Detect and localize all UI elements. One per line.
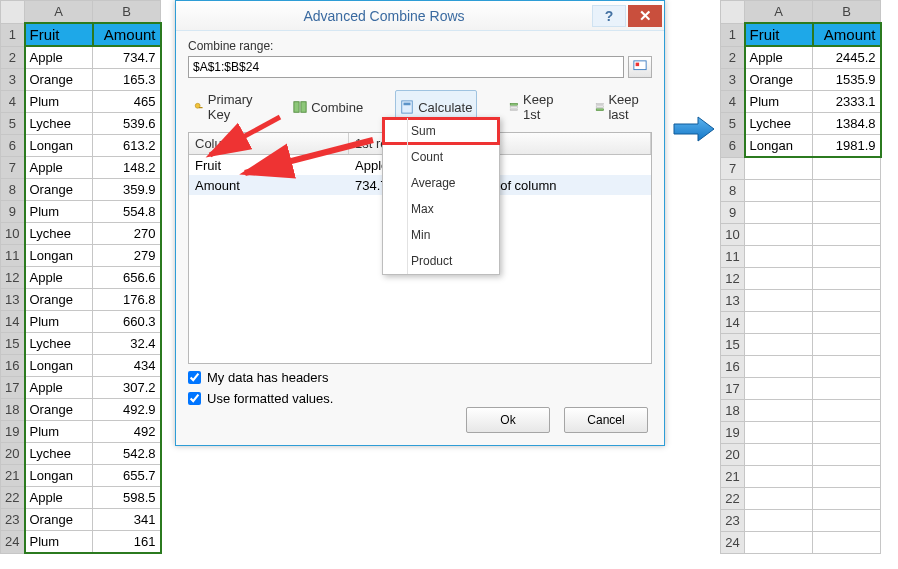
row-header[interactable]: 16 (1, 355, 25, 377)
row-header[interactable]: 10 (721, 223, 745, 245)
row-header[interactable]: 4 (721, 91, 745, 113)
row-header[interactable]: 19 (1, 421, 25, 443)
keep-last-button[interactable]: Keep last (591, 90, 650, 124)
header-fruit[interactable]: Fruit (745, 23, 813, 46)
menu-item-average[interactable]: Average (383, 170, 499, 196)
cell-amount[interactable]: 359.9 (93, 179, 161, 201)
col-header-b[interactable]: B (813, 1, 881, 24)
header-fruit[interactable]: Fruit (25, 23, 93, 46)
cell-amount[interactable]: 734.7 (93, 46, 161, 69)
row-header[interactable]: 23 (721, 509, 745, 531)
cell-fruit[interactable]: Orange (25, 399, 93, 421)
empty-cell[interactable] (745, 377, 813, 399)
cell-amount[interactable]: 1981.9 (813, 135, 881, 158)
cell-fruit[interactable]: Apple (25, 46, 93, 69)
cell-fruit[interactable]: Plum (25, 311, 93, 333)
select-all-corner[interactable] (1, 1, 25, 24)
cell-fruit[interactable]: Apple (25, 267, 93, 289)
row-header[interactable]: 11 (1, 245, 25, 267)
cell-fruit[interactable]: Longan (745, 135, 813, 158)
row-header[interactable]: 15 (721, 333, 745, 355)
cell-fruit[interactable]: Plum (25, 421, 93, 443)
empty-cell[interactable] (813, 487, 881, 509)
empty-cell[interactable] (745, 311, 813, 333)
combine-range-input[interactable] (188, 56, 624, 78)
row-header[interactable]: 19 (721, 421, 745, 443)
row-header[interactable]: 7 (1, 157, 25, 179)
cell-amount[interactable]: 542.8 (93, 443, 161, 465)
row-header[interactable]: 14 (721, 311, 745, 333)
row-header[interactable]: 3 (721, 69, 745, 91)
cell-fruit[interactable]: Apple (25, 157, 93, 179)
menu-item-sum[interactable]: Sum (383, 118, 499, 144)
cell-fruit[interactable]: Orange (25, 69, 93, 91)
empty-cell[interactable] (813, 399, 881, 421)
cancel-button[interactable]: Cancel (564, 407, 648, 433)
cell-fruit[interactable]: Plum (25, 531, 93, 554)
cell-amount[interactable]: 2333.1 (813, 91, 881, 113)
empty-cell[interactable] (745, 421, 813, 443)
cell-fruit[interactable]: Lychee (25, 113, 93, 135)
empty-cell[interactable] (745, 443, 813, 465)
cell-fruit[interactable]: Lychee (25, 443, 93, 465)
row-header[interactable]: 3 (1, 69, 25, 91)
row-header[interactable]: 20 (1, 443, 25, 465)
row-header[interactable]: 20 (721, 443, 745, 465)
empty-cell[interactable] (813, 179, 881, 201)
row-header[interactable]: 9 (721, 201, 745, 223)
row-header[interactable]: 16 (721, 355, 745, 377)
cell-fruit[interactable]: Orange (25, 289, 93, 311)
row-header[interactable]: 5 (1, 113, 25, 135)
close-button[interactable]: ✕ (628, 5, 662, 27)
row-header[interactable]: 18 (1, 399, 25, 421)
row-header[interactable]: 14 (1, 311, 25, 333)
empty-cell[interactable] (745, 179, 813, 201)
row-header[interactable]: 1 (721, 23, 745, 46)
cell-amount[interactable]: 492 (93, 421, 161, 443)
row-header[interactable]: 10 (1, 223, 25, 245)
cell-fruit[interactable]: Apple (745, 46, 813, 69)
cell-amount[interactable]: 270 (93, 223, 161, 245)
row-header[interactable]: 4 (1, 91, 25, 113)
cell-amount[interactable]: 554.8 (93, 201, 161, 223)
cell-fruit[interactable]: Longan (25, 245, 93, 267)
cell-fruit[interactable]: Lychee (25, 223, 93, 245)
row-header[interactable]: 22 (1, 487, 25, 509)
empty-cell[interactable] (813, 201, 881, 223)
empty-cell[interactable] (813, 465, 881, 487)
cell-fruit[interactable]: Longan (25, 465, 93, 487)
cell-amount[interactable]: 465 (93, 91, 161, 113)
row-header[interactable]: 24 (1, 531, 25, 554)
help-button[interactable]: ? (592, 5, 626, 27)
cell-amount[interactable]: 539.6 (93, 113, 161, 135)
row-header[interactable]: 18 (721, 399, 745, 421)
cell-amount[interactable]: 660.3 (93, 311, 161, 333)
row-header[interactable]: 17 (721, 377, 745, 399)
col-header-a[interactable]: A (745, 1, 813, 24)
ok-button[interactable]: Ok (466, 407, 550, 433)
cell-amount[interactable]: 2445.2 (813, 46, 881, 69)
cell-amount[interactable]: 176.8 (93, 289, 161, 311)
row-header[interactable]: 8 (1, 179, 25, 201)
cell-amount[interactable]: 279 (93, 245, 161, 267)
empty-cell[interactable] (813, 157, 881, 179)
cell-fruit[interactable]: Apple (25, 487, 93, 509)
empty-cell[interactable] (745, 509, 813, 531)
row-header[interactable]: 22 (721, 487, 745, 509)
row-header[interactable]: 12 (721, 267, 745, 289)
empty-cell[interactable] (813, 311, 881, 333)
source-spreadsheet[interactable]: A B 1 Fruit Amount 2Apple734.73Orange165… (0, 0, 162, 554)
cell-amount[interactable]: 598.5 (93, 487, 161, 509)
row-header[interactable]: 1 (1, 23, 25, 46)
cell-amount[interactable]: 613.2 (93, 135, 161, 157)
cell-amount[interactable]: 32.4 (93, 333, 161, 355)
cell-amount[interactable]: 148.2 (93, 157, 161, 179)
menu-item-min[interactable]: Min (383, 222, 499, 248)
row-header[interactable]: 15 (1, 333, 25, 355)
row-header[interactable]: 13 (721, 289, 745, 311)
cell-amount[interactable]: 492.9 (93, 399, 161, 421)
cell-amount[interactable]: 1384.8 (813, 113, 881, 135)
row-header[interactable]: 2 (721, 46, 745, 69)
menu-item-max[interactable]: Max (383, 196, 499, 222)
cell-fruit[interactable]: Lychee (25, 333, 93, 355)
